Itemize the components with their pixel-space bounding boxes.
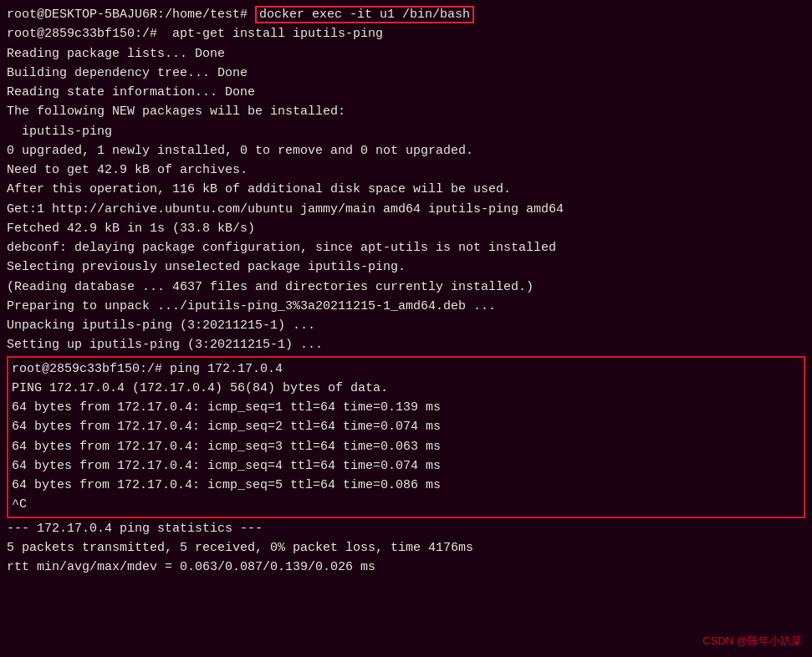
terminal-line-18: Setting up iputils-ping (3:20211215-1) .… [7,335,805,354]
prompt-text: root@DESKTOP-5BAJU6R:/home/test# [7,8,255,22]
terminal-line-8: 0 upgraded, 1 newly installed, 0 to remo… [7,141,805,160]
ping-stats-1: 5 packets transmitted, 5 received, 0% pa… [7,538,805,558]
ping-stats-2: rtt min/avg/max/mdev = 0.063/0.087/0.139… [7,558,805,577]
terminal-line-12: Fetched 42.9 kB in 1s (33.8 kB/s) [7,219,805,238]
terminal-line-9: Need to get 42.9 kB of archives. [7,160,805,180]
terminal-line-6: The following NEW packages will be insta… [7,102,805,121]
terminal-line-1: root@DESKTOP-5BAJU6R:/home/test# docker … [7,5,805,24]
ping-output-3: 64 bytes from 172.17.0.4: icmp_seq=3 ttl… [12,437,800,456]
ping-output-1: 64 bytes from 172.17.0.4: icmp_seq=1 ttl… [12,398,800,417]
ping-stats-0: --- 172.17.0.4 ping statistics --- [7,519,805,538]
terminal-line-11: Get:1 http://archive.ubuntu.com/ubuntu j… [7,200,805,219]
watermark: CSDN @陈年小趴菜 [702,634,802,649]
terminal-line-17: Unpacking iputils-ping (3:20211215-1) ..… [7,316,805,335]
ping-output-4: 64 bytes from 172.17.0.4: icmp_seq=4 ttl… [12,456,800,476]
terminal-line-3: Reading package lists... Done [7,44,805,64]
ping-section: root@2859c33bf150:/# ping 172.17.0.4 PIN… [7,356,805,518]
terminal-line-4: Building dependency tree... Done [7,64,805,83]
terminal-line-5: Reading state information... Done [7,83,805,102]
ping-output-2: 64 bytes from 172.17.0.4: icmp_seq=2 ttl… [12,417,800,436]
terminal-line-10: After this operation, 116 kB of addition… [7,180,805,199]
ping-output-0: PING 172.17.0.4 (172.17.0.4) 56(84) byte… [12,379,800,398]
ping-output-5: 64 bytes from 172.17.0.4: icmp_seq=5 ttl… [12,476,800,495]
ping-interrupt: ^C [12,495,800,514]
terminal-line-13: debconf: delaying package configuration,… [7,238,805,257]
terminal-line-7: iputils-ping [7,122,805,141]
terminal-line-15: (Reading database ... 4637 files and dir… [7,278,805,297]
terminal-line-2: root@2859c33bf150:/# apt-get install ipu… [7,24,805,43]
terminal-line-14: Selecting previously unselected package … [7,257,805,277]
docker-command: docker exec -it u1 /bin/bash [255,6,474,23]
terminal: root@DESKTOP-5BAJU6R:/home/test# docker … [0,0,812,657]
ping-prompt: root@2859c33bf150:/# ping 172.17.0.4 [12,359,800,379]
terminal-line-16: Preparing to unpack .../iputils-ping_3%3… [7,297,805,316]
